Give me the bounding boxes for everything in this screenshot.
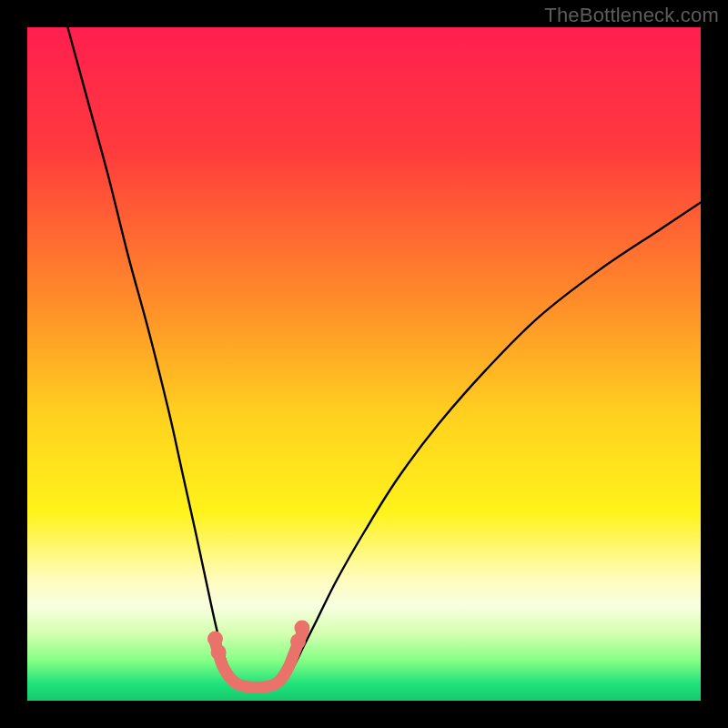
salmon-dot [211,644,227,660]
chart-frame [27,27,701,701]
gradient-background [27,27,701,701]
salmon-dot [290,633,306,649]
salmon-dot [207,631,223,646]
bottleneck-chart [27,27,701,701]
salmon-dot [294,621,309,636]
watermark-text: TheBottleneck.com [544,4,719,27]
